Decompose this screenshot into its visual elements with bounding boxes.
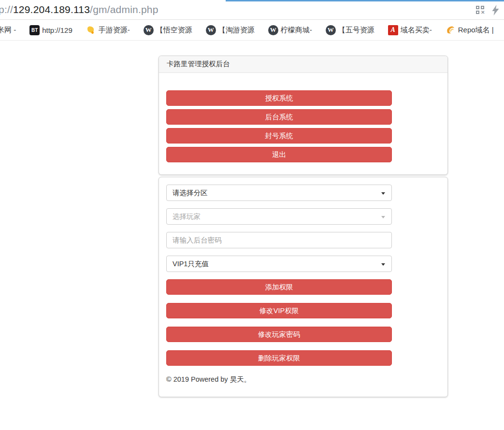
modify-vip-permission-button[interactable]: 修改VIP权限 [166, 303, 392, 318]
domain-trade-favicon-icon: A [388, 25, 398, 35]
qr-square [476, 6, 479, 9]
wordpress-favicon-icon: W [144, 25, 154, 35]
ban-system-button[interactable]: 封号系统 [166, 128, 392, 143]
bookmark-label: 手游资源- [99, 26, 130, 35]
delete-player-permission-button[interactable]: 删除玩家权限 [166, 350, 392, 366]
bookmark-minet[interactable]: 米网 - [0, 26, 16, 35]
chevron-down-icon [381, 263, 385, 266]
url-scheme: p:// [0, 4, 13, 15]
auth-system-button[interactable]: 授权系统 [166, 90, 392, 106]
manage-panel: 请选择分区 选择玩家 VIP1只充值 添加权限 修改VIP权限 修改玩家密码 删… [158, 177, 448, 397]
copyright-footer: © 2019 Powered by 昊天。 [166, 375, 447, 384]
wordpress-favicon-icon: W [326, 25, 336, 35]
bookmark-ningmeng[interactable]: W 柠檬商城- [268, 25, 312, 35]
repo-favicon-icon [446, 25, 456, 35]
wordpress-favicon-icon: W [206, 25, 216, 35]
auth-panel-title: 卡路里管理授权后台 [159, 56, 447, 73]
player-select[interactable]: 选择玩家 [166, 208, 392, 225]
qr-x: ✕ [481, 11, 484, 14]
bookmark-label: http://129 [42, 26, 72, 34]
qr-login-icon[interactable]: ✕ [476, 6, 484, 14]
bookmark-shouyou[interactable]: 手游资源- [86, 25, 130, 35]
bookmark-wuhao[interactable]: W 【五号资源 [326, 25, 374, 35]
bookmark-label: 【悟空资源 [156, 26, 192, 35]
chevron-down-icon [381, 216, 385, 218]
bookmark-label: 柠檬商城- [281, 26, 312, 35]
chick-favicon-icon [86, 25, 96, 35]
lightning-icon[interactable] [492, 5, 499, 15]
browser-toolbar: p://129.204.189.113/gm/admin.php ✕ [0, 0, 504, 20]
url-path: /gm/admin.php [90, 4, 158, 15]
qr-square [476, 11, 479, 14]
bookmark-wukong[interactable]: W 【悟空资源 [144, 25, 192, 35]
bookmarks-bar: 米网 - BT http://129 手游资源- W 【悟空资源 W 【淘游资源… [0, 20, 504, 41]
active-tab-indicator [226, 0, 504, 1]
vip-select[interactable]: VIP1只充值 [166, 256, 392, 272]
password-field-wrap [166, 232, 392, 248]
vip-select-value: VIP1只充值 [173, 260, 209, 268]
bookmark-bt[interactable]: BT http://129 [29, 25, 72, 35]
bookmark-label: 【淘游资源 [218, 26, 255, 35]
bookmark-label: 米网 - [0, 26, 16, 35]
bookmark-taoyou[interactable]: W 【淘游资源 [206, 25, 255, 35]
backend-system-button[interactable]: 后台系统 [166, 109, 392, 125]
zone-select-value: 请选择分区 [173, 189, 208, 197]
bt-favicon-icon: BT [29, 25, 40, 35]
bookmark-label: 【五号资源 [338, 26, 374, 35]
modify-player-password-button[interactable]: 修改玩家密码 [166, 327, 392, 342]
wordpress-favicon-icon: W [268, 25, 278, 35]
bookmark-label: 域名买卖- [401, 26, 432, 35]
bookmark-repo[interactable]: Repo域名 | [446, 25, 494, 35]
player-select-placeholder: 选择玩家 [173, 213, 201, 220]
add-permission-button[interactable]: 添加权限 [166, 279, 392, 295]
url-domain: 129.204.189.113 [13, 4, 90, 15]
qr-square [481, 6, 484, 9]
address-bar[interactable]: p://129.204.189.113/gm/admin.php [0, 4, 158, 15]
bookmark-label: Repo域名 | [458, 26, 494, 35]
backend-password-input[interactable] [173, 232, 378, 248]
chevron-down-icon [381, 192, 385, 195]
bookmark-yuming[interactable]: A 域名买卖- [388, 25, 432, 35]
zone-select[interactable]: 请选择分区 [166, 185, 392, 201]
logout-button[interactable]: 退出 [166, 147, 392, 162]
auth-panel: 卡路里管理授权后台 授权系统 后台系统 封号系统 退出 [158, 56, 448, 175]
